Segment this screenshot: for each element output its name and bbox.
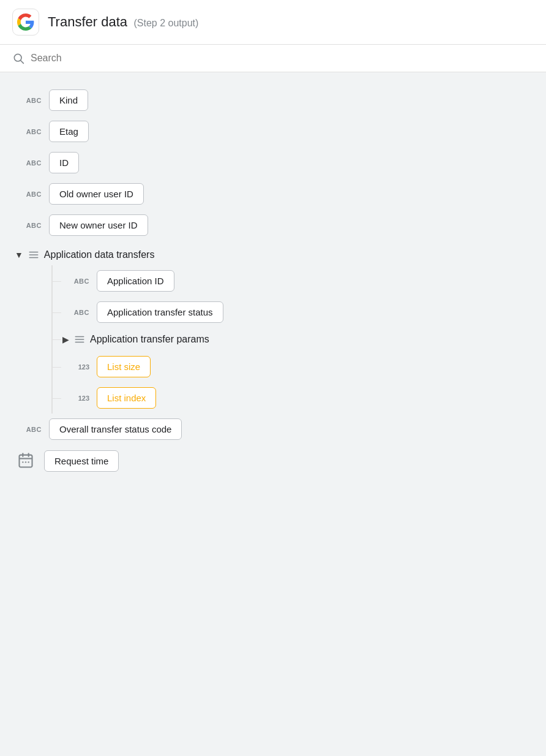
field-chip-etag[interactable]: Etag — [49, 121, 89, 142]
google-logo — [12, 9, 39, 36]
field-row-old-owner: ABC Old owner user ID — [15, 178, 531, 210]
page-subtitle: (Step 2 output) — [133, 18, 198, 28]
field-row-list-index: 123 List index — [53, 382, 531, 414]
field-chip-request-time[interactable]: Request time — [44, 450, 119, 472]
list-icon-params — [74, 334, 85, 345]
header: Transfer data (Step 2 output) — [0, 0, 546, 45]
field-row-request-time: Request time — [15, 445, 531, 477]
field-chip-kind[interactable]: Kind — [49, 89, 88, 111]
type-label-kind: ABC — [15, 97, 42, 104]
field-row-list-size: 123 List size — [53, 351, 531, 382]
field-chip-list-index[interactable]: List index — [97, 387, 156, 409]
search-input[interactable] — [31, 53, 534, 64]
calendar-icon — [15, 450, 37, 472]
field-row-id: ABC ID — [15, 147, 531, 178]
type-label-id: ABC — [15, 159, 42, 167]
type-label-new-owner: ABC — [15, 222, 42, 229]
svg-point-14 — [28, 461, 29, 463]
field-chip-new-owner[interactable]: New owner user ID — [49, 214, 148, 236]
page-title: Transfer data — [48, 14, 127, 29]
application-transfer-params-header[interactable]: ▶ Application transfer params — [53, 328, 531, 351]
application-data-transfers-content: ABC Application ID ABC Application trans… — [51, 265, 531, 414]
search-bar — [0, 45, 546, 72]
list-icon — [28, 249, 39, 260]
header-text: Transfer data (Step 2 output) — [48, 14, 198, 30]
field-row-new-owner: ABC New owner user ID — [15, 210, 531, 241]
field-chip-old-owner[interactable]: Old owner user ID — [49, 183, 144, 205]
field-row-transfer-status: ABC Application transfer status — [53, 297, 531, 328]
field-chip-transfer-status[interactable]: Application transfer status — [97, 301, 223, 323]
svg-point-12 — [22, 461, 23, 463]
type-label-overall-status: ABC — [15, 426, 42, 433]
application-transfer-params-label: Application transfer params — [90, 334, 209, 345]
type-label-etag: ABC — [15, 128, 42, 135]
type-label-list-index: 123 — [62, 395, 89, 402]
field-chip-application-id[interactable]: Application ID — [97, 270, 174, 292]
chevron-right-icon[interactable]: ▶ — [62, 335, 69, 344]
main-content: ABC Kind ABC Etag ABC ID ABC Old owner u… — [0, 72, 546, 489]
field-row-overall-status: ABC Overall transfer status code — [15, 414, 531, 445]
type-label-old-owner: ABC — [15, 191, 42, 198]
type-label-transfer-status: ABC — [62, 309, 89, 316]
chevron-down-icon[interactable]: ▼ — [15, 250, 23, 260]
svg-point-13 — [25, 461, 26, 463]
svg-rect-8 — [20, 455, 32, 467]
type-label-list-size: 123 — [62, 363, 89, 371]
field-chip-overall-status[interactable]: Overall transfer status code — [49, 418, 182, 440]
field-chip-list-size[interactable]: List size — [97, 356, 151, 377]
svg-line-1 — [21, 61, 24, 64]
application-data-transfers-label: Application data transfers — [44, 249, 155, 260]
search-icon — [12, 52, 24, 64]
application-data-transfers-header[interactable]: ▼ Application data transfers — [15, 241, 531, 265]
type-label-app-id: ABC — [62, 278, 89, 285]
field-row-application-id: ABC Application ID — [53, 265, 531, 297]
field-row-etag: ABC Etag — [15, 116, 531, 147]
field-row-kind: ABC Kind — [15, 85, 531, 116]
field-chip-id[interactable]: ID — [49, 152, 79, 173]
